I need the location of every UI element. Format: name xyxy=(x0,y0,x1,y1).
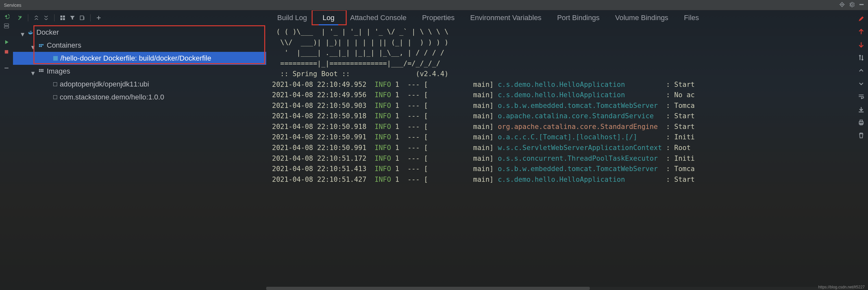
log-output[interactable]: ( ( )\___ | '_ | '_| | '_ \/ _` | \ \ \ … xyxy=(266,25,855,287)
tree-label: Images xyxy=(47,67,70,75)
tree-node-images[interactable]: ▾ Images xyxy=(13,65,266,78)
svg-rect-18 xyxy=(42,44,43,45)
tree-node-image-item[interactable]: com.stackstone.demo/hello:1.0.0 xyxy=(13,91,266,104)
titlebar: Services xyxy=(0,0,868,10)
tree-label: com.stackstone.demo/hello:1.0.0 xyxy=(60,93,164,101)
tabs: Build Log Log Attached Console Propertie… xyxy=(266,10,855,25)
sort-toggle-icon[interactable] xyxy=(857,54,865,62)
gear-icon[interactable] xyxy=(849,2,855,8)
svg-rect-22 xyxy=(40,69,42,70)
svg-point-1 xyxy=(842,4,843,5)
svg-rect-6 xyxy=(860,4,864,5)
filter-icon[interactable] xyxy=(68,13,76,22)
scroll-end-icon[interactable] xyxy=(857,106,865,113)
svg-rect-28 xyxy=(860,120,863,122)
svg-rect-23 xyxy=(42,69,43,70)
trash-icon[interactable] xyxy=(857,132,865,139)
svg-rect-26 xyxy=(42,71,43,72)
svg-rect-11 xyxy=(60,15,62,17)
window-title: Services xyxy=(4,3,839,8)
tab-port-bindings[interactable]: Port Bindings xyxy=(549,10,607,25)
images-icon xyxy=(38,68,44,74)
svg-rect-8 xyxy=(4,26,9,28)
arrow-up-icon[interactable] xyxy=(857,28,865,36)
tree-toolbar xyxy=(13,10,266,25)
chevron-down-icon[interactable]: ▾ xyxy=(31,69,36,74)
svg-rect-19 xyxy=(39,46,40,47)
tab-env-vars[interactable]: Environment Variables xyxy=(462,10,549,25)
svg-rect-7 xyxy=(4,24,9,26)
services-tree: ▾ Docker ▾ Containers xyxy=(13,25,266,290)
services-tree-panel: ▾ Docker ▾ Containers xyxy=(13,10,266,290)
minimize-icon[interactable] xyxy=(859,2,864,8)
settings-icon[interactable] xyxy=(3,23,10,29)
containers-icon xyxy=(38,42,44,48)
tree-label: Containers xyxy=(47,41,81,49)
watermark: https://blog.csdn.net/lt5227 xyxy=(818,285,865,289)
main-panel: Build Log Log Attached Console Propertie… xyxy=(266,10,855,290)
tab-files[interactable]: Files xyxy=(676,10,707,25)
container-icon xyxy=(53,56,58,61)
tree-node-image-item[interactable]: adoptopenjdk/openjdk11:ubi xyxy=(13,78,266,91)
svg-rect-17 xyxy=(40,44,42,45)
arrow-down-icon[interactable] xyxy=(857,41,865,48)
play-icon[interactable] xyxy=(3,39,10,45)
svg-rect-9 xyxy=(5,50,8,54)
locate-icon[interactable] xyxy=(839,2,845,8)
svg-rect-24 xyxy=(39,71,40,72)
svg-rect-16 xyxy=(39,44,40,45)
thumbnails-icon[interactable] xyxy=(58,13,67,22)
tab-volume-bindings[interactable]: Volume Bindings xyxy=(607,10,676,25)
down-icon[interactable] xyxy=(857,80,865,87)
image-icon xyxy=(53,95,57,99)
right-gutter xyxy=(855,10,868,290)
left-gutter xyxy=(0,10,13,290)
up-icon[interactable] xyxy=(857,67,865,75)
tab-log[interactable]: Log xyxy=(315,10,342,25)
chevron-down-icon[interactable]: ▾ xyxy=(31,43,36,48)
pencil-edit-icon[interactable] xyxy=(857,15,865,23)
horizontal-scrollbar[interactable] xyxy=(266,287,855,290)
svg-rect-13 xyxy=(60,18,62,20)
docker-icon xyxy=(28,30,34,35)
tree-node-containers[interactable]: ▾ Containers xyxy=(13,39,266,52)
plus-icon[interactable] xyxy=(94,13,103,22)
svg-rect-21 xyxy=(39,69,40,70)
tab-properties[interactable]: Properties xyxy=(414,10,462,25)
svg-rect-15 xyxy=(80,16,84,20)
tab-build-log[interactable]: Build Log xyxy=(270,10,315,25)
group-by-icon[interactable] xyxy=(78,13,86,22)
tab-attached-console[interactable]: Attached Console xyxy=(342,10,414,25)
tree-node-container-item[interactable]: /hello-docker Dockerfile: build/docker/D… xyxy=(13,52,266,65)
chevron-down-icon[interactable]: ▾ xyxy=(21,30,25,35)
svg-rect-14 xyxy=(63,18,65,20)
tree-node-docker[interactable]: ▾ Docker xyxy=(13,26,266,39)
minus-icon[interactable] xyxy=(3,65,10,71)
stop-icon[interactable] xyxy=(3,48,10,55)
svg-rect-10 xyxy=(4,68,8,68)
rerun-icon[interactable] xyxy=(3,13,10,20)
print-icon[interactable] xyxy=(857,119,865,126)
svg-rect-20 xyxy=(40,46,42,47)
add-config-icon[interactable] xyxy=(16,13,24,22)
scrollbar-thumb[interactable] xyxy=(266,287,590,290)
expand-all-icon[interactable] xyxy=(32,13,40,22)
svg-rect-12 xyxy=(63,15,65,17)
tree-label: adoptopenjdk/openjdk11:ubi xyxy=(60,80,149,88)
svg-rect-25 xyxy=(40,71,42,72)
tree-label: Docker xyxy=(36,28,59,37)
soft-wrap-icon[interactable] xyxy=(857,93,865,101)
image-icon xyxy=(53,82,57,86)
collapse-all-icon[interactable] xyxy=(42,13,50,22)
tree-label: /hello-docker Dockerfile: build/docker/D… xyxy=(60,54,211,63)
